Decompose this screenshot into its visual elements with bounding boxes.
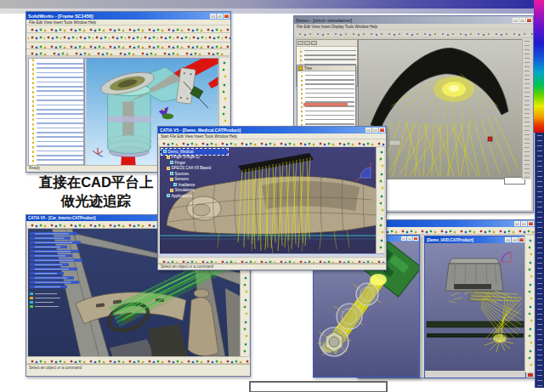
window-buttons xyxy=(514,221,535,226)
palette-icon xyxy=(298,66,303,71)
palette-titlebar[interactable]: Tree xyxy=(298,65,355,71)
child-titlebar[interactable]: [Demo_HUD.CATProduct] xyxy=(425,236,525,243)
right-toolbar[interactable] xyxy=(524,236,534,372)
ray-hotspot xyxy=(493,334,507,343)
minimize-button[interactable] xyxy=(514,221,520,226)
slide-top-gradient-bar xyxy=(0,0,544,9)
minimize-button[interactable] xyxy=(210,14,216,19)
window-catia-medical: CATIA V5 - [Demo_Medical.CATProduct] Sta… xyxy=(157,126,387,270)
minimize-button[interactable] xyxy=(513,18,518,23)
tree-item[interactable]: Applications xyxy=(162,193,228,199)
tree-item-icon xyxy=(163,150,167,153)
panel-tool-icon[interactable] xyxy=(311,41,317,45)
maximize-button[interactable] xyxy=(372,128,378,133)
tree-item-icon xyxy=(170,161,173,164)
menu-bar[interactable]: Start File Edit View Insert Tools Window… xyxy=(158,134,386,139)
specification-tree[interactable]: Demo_MedicalFinger (Finger.1)FingerSPEOS… xyxy=(162,149,228,199)
tree-item-icon xyxy=(173,183,177,186)
titlebar[interactable]: SolidWorks - [Frame SC1456] xyxy=(26,12,230,20)
maximize-button[interactable] xyxy=(512,237,518,242)
right-toolbar[interactable] xyxy=(376,147,384,254)
viewport-hud-projector[interactable] xyxy=(425,243,525,371)
toolbar-features[interactable] xyxy=(26,33,230,43)
resize-grip[interactable] xyxy=(528,373,533,377)
panel-tool-icon[interactable] xyxy=(298,41,303,45)
palette-title: Tree xyxy=(304,66,312,71)
close-button[interactable] xyxy=(526,18,532,23)
maximize-button[interactable] xyxy=(519,18,525,23)
close-button[interactable] xyxy=(518,237,524,242)
floating-tree-palette[interactable]: Tree xyxy=(297,65,356,130)
tree-item-icon xyxy=(170,178,173,181)
toolbar-standard[interactable] xyxy=(26,26,230,33)
selected-tree-row[interactable] xyxy=(303,103,348,106)
toolbar[interactable] xyxy=(294,30,533,38)
presentation-slide: Demo - [visor simulation] File Edit View… xyxy=(0,0,544,392)
child-window-title: [Demo_HUD.CATProduct] xyxy=(425,238,505,242)
minimize-button[interactable] xyxy=(366,128,371,133)
palette-tree-rows[interactable] xyxy=(298,72,354,128)
toolbar-sketch[interactable] xyxy=(26,49,230,56)
window-title: SolidWorks - [Frame SC1456] xyxy=(26,14,210,19)
caption-box xyxy=(249,381,388,392)
minimize-button[interactable] xyxy=(401,236,406,241)
close-button[interactable] xyxy=(528,221,534,226)
toolbar-view[interactable] xyxy=(26,43,230,49)
tree-item-icon xyxy=(170,189,173,192)
marker-icon[interactable] xyxy=(488,137,492,141)
caption-line-1: 直接在CAD平台上 xyxy=(24,173,168,191)
tree-item-icon xyxy=(170,172,173,175)
feature-tree[interactable] xyxy=(28,58,84,167)
status-bar: Select an object or a command xyxy=(26,364,250,376)
caption-line-2: 做光迹追踪 xyxy=(24,191,168,210)
menu-bar[interactable]: File Edit View Insert Display Tools Wind… xyxy=(294,24,533,30)
tree-item-icon xyxy=(167,156,170,159)
panel-tool-icon[interactable] xyxy=(304,41,310,45)
window-buttons xyxy=(366,128,386,133)
window-buttons xyxy=(513,18,533,23)
window-title: CATIA V5 - [Demo_Medical.CATProduct] xyxy=(158,128,366,133)
hotspot-glow xyxy=(434,77,474,102)
tree-item-icon xyxy=(167,194,170,197)
close-button[interactable] xyxy=(224,14,230,19)
slide-caption: 直接在CAD平台上 做光迹追踪 xyxy=(24,173,168,210)
window-buttons xyxy=(401,236,419,241)
spectrum-colorbar xyxy=(534,0,544,133)
maximize-button[interactable] xyxy=(407,236,412,241)
status-bar: Select an object or a command xyxy=(158,264,386,270)
nav-chip[interactable] xyxy=(389,140,400,145)
maximize-button[interactable] xyxy=(521,221,527,226)
minimize-button[interactable] xyxy=(505,237,511,242)
tree-rows[interactable] xyxy=(298,48,356,65)
right-scrollbar[interactable] xyxy=(522,39,531,179)
offscreen-window-edge xyxy=(535,133,544,388)
tree-item-icon xyxy=(167,167,170,170)
power-input-toolbar[interactable] xyxy=(158,257,386,264)
maximize-button[interactable] xyxy=(217,14,223,19)
menu-bar[interactable]: File Edit View Insert Tools Window Help xyxy=(26,20,230,26)
viewport-body-shell[interactable]: Demo_MedicalFinger (Finger.1)FingerSPEOS… xyxy=(160,147,377,254)
window-buttons xyxy=(505,237,525,242)
window-buttons xyxy=(210,14,230,19)
child-window-hud-projector: [Demo_HUD.CATProduct] xyxy=(424,236,526,378)
toolbar[interactable] xyxy=(158,139,386,147)
titlebar[interactable]: CATIA V5 - [Demo_Medical.CATProduct] xyxy=(158,127,386,134)
close-button[interactable] xyxy=(379,128,385,133)
bottom-toolbar[interactable] xyxy=(26,356,250,364)
close-button[interactable] xyxy=(413,236,418,241)
titlebar[interactable]: Demo - [visor simulation] xyxy=(294,16,533,24)
window-title: Demo - [visor simulation] xyxy=(294,18,513,23)
panel-toolbar[interactable] xyxy=(297,40,357,47)
